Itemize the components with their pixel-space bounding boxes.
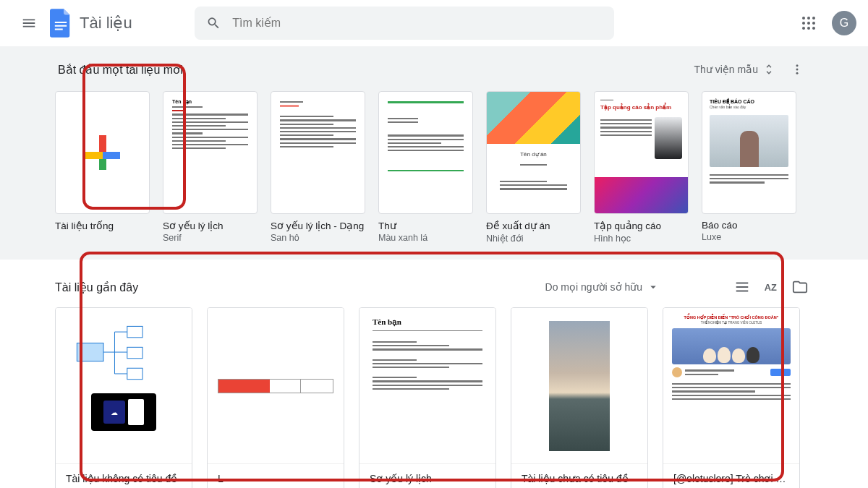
svg-text:AZ: AZ [765,282,777,293]
recent-title: Tài liệu gần đây [55,281,138,294]
svg-point-13 [796,69,799,71]
recent-section: Tài liệu gần đây Do mọi người sở hữu AZ … [0,260,868,488]
header: Tài liệu G [0,0,868,46]
doc-card[interactable]: TỔNG HỢP DIỄN BIẾN "TRÒ CHƠI CÔNG ĐOÀN" … [663,307,800,488]
template-brochure[interactable]: ━━━━━━ Tập quảng cáo sản phẩm Tập quảng … [594,91,689,244]
product-name: Tài liệu [80,14,132,33]
svg-point-5 [812,17,815,20]
svg-point-11 [812,27,815,30]
svg-point-9 [802,27,805,30]
template-project-proposal[interactable]: Tên dự án Đề xuất dự án Nhiệt đới [486,91,581,244]
template-subtitle: Nhiệt đới [486,233,581,244]
search-input[interactable] [232,17,602,30]
more-vert-icon [791,63,804,76]
doc-card[interactable]: Tài liệu chưa có tiêu đề Đã mở 19:06 [511,307,648,488]
template-subtitle: Màu xanh lá [378,233,473,243]
plus-icon [85,135,120,170]
svg-rect-16 [77,343,103,361]
templates-row: Tài liệu trống Tên bạn Sơ yếu lý lịch Se… [55,91,813,244]
template-title: Sơ yếu lý lịch - Dạng [271,220,365,231]
template-resume-serif[interactable]: Tên bạn Sơ yếu lý lịch Serif [163,91,258,244]
template-subtitle: San hô [271,233,365,243]
svg-rect-17 [127,326,142,337]
template-blank[interactable]: Tài liệu trống [55,91,150,244]
account-avatar[interactable]: G [832,11,856,35]
svg-point-10 [807,27,810,30]
doc-title: Tài liệu không có tiêu đề [66,473,182,484]
templates-title: Bắt đầu một tài liệu mới [58,63,183,77]
folder-icon [792,279,808,295]
svg-point-4 [807,17,810,20]
templates-section: Bắt đầu một tài liệu mới Thư viện mẫu [0,46,868,260]
doc-title: [@oletuslore] Trò chơi cu... [673,473,789,484]
svg-point-12 [796,64,799,67]
list-view-button[interactable] [729,274,755,300]
svg-rect-18 [127,347,142,358]
doc-card[interactable]: Tên bạn Sơ yếu lý lịch Đã mở 19:07 [359,307,496,488]
docs-logo[interactable] [46,9,75,38]
doc-card[interactable]: ☁ Tài liệu không có tiêu đề Đã mở 23:03 [55,307,192,488]
svg-point-6 [802,22,805,25]
template-title: Tài liệu trống [55,220,150,231]
template-report[interactable]: TIÊU ĐỀ BÁO CÁO Chèn văn bản vào đây Báo… [702,91,796,244]
doc-card[interactable]: L Đã mở 22:36 [207,307,344,488]
svg-rect-2 [55,29,63,30]
svg-point-8 [812,22,815,25]
menu-icon [21,15,37,31]
unfold-icon [762,63,775,76]
sort-az-icon: AZ [763,279,779,295]
template-title: Báo cáo [702,220,796,231]
template-title: Tập quảng cáo [594,220,689,231]
list-view-icon [734,279,750,295]
svg-point-14 [796,72,799,74]
dropdown-icon [647,281,660,294]
svg-point-7 [807,22,810,25]
owner-filter-label: Do mọi người sở hữu [545,281,642,293]
template-subtitle: Luxe [702,232,796,242]
search-bar[interactable] [195,7,614,40]
doc-title: Sơ yếu lý lịch [370,473,485,484]
template-resume-coral[interactable]: Sơ yếu lý lịch - Dạng San hô [271,91,365,244]
template-title: Thư [378,220,473,231]
svg-rect-19 [127,368,142,379]
main-menu-button[interactable] [12,6,46,40]
template-subtitle: Serif [163,233,258,243]
folder-button[interactable] [787,274,813,300]
apps-icon [802,17,815,30]
sort-button[interactable]: AZ [758,274,784,300]
apps-button[interactable] [794,9,823,38]
template-gallery-label: Thư viện mẫu [694,64,758,75]
owner-filter[interactable]: Do mọi người sở hữu [541,276,664,298]
template-title: Sơ yếu lý lịch [163,220,258,231]
recent-grid: ☁ Tài liệu không có tiêu đề Đã mở 23:03 … [49,307,819,488]
template-gallery-button[interactable]: Thư viện mẫu [689,59,781,80]
templates-more-button[interactable] [784,56,810,82]
template-subtitle: Hình học [594,233,689,244]
doc-title: Tài liệu chưa có tiêu đề [522,473,637,484]
svg-point-3 [802,17,805,20]
docs-logo-icon [50,9,72,38]
doc-title: L [218,473,333,484]
svg-rect-1 [55,25,67,27]
search-icon [206,15,221,31]
template-title: Đề xuất dự án [486,220,581,231]
svg-rect-0 [55,22,67,23]
template-letter[interactable]: Thư Màu xanh lá [378,91,473,244]
